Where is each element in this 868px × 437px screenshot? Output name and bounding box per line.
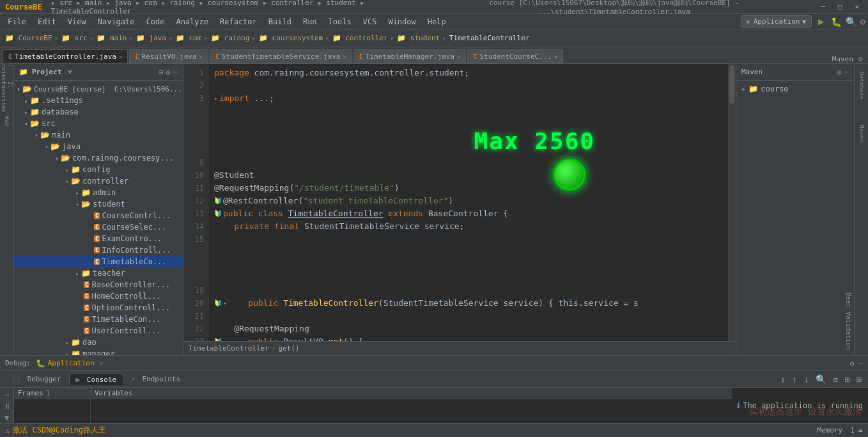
project-dropdown-icon[interactable]: ▼ <box>68 68 72 75</box>
run-config-dropdown[interactable]: ▶ Application ▼ <box>741 15 812 28</box>
bean-validation-tab[interactable]: Bean Validation <box>736 287 854 355</box>
tree-item-admin[interactable]: ▸ 📁 admin <box>14 187 183 198</box>
scrollbar[interactable] <box>728 64 736 341</box>
debug-close-icon[interactable]: ✕ <box>100 360 104 367</box>
maven-minimize-icon[interactable]: ─ <box>844 68 849 77</box>
collapse-all-icon[interactable]: ⊟ <box>159 68 163 77</box>
toolbar-icon-3[interactable]: ↓ <box>802 373 810 386</box>
toolbar-icon-5[interactable]: ≡ <box>832 373 839 386</box>
search-icon[interactable]: 🔍 <box>846 17 856 27</box>
tree-item-src[interactable]: ▾ 📂 src <box>14 118 183 129</box>
settings-icon[interactable]: ⚙ <box>860 17 865 27</box>
tab-icon: C <box>215 53 219 60</box>
project-icon[interactable]: 1: Project <box>1 67 13 78</box>
menu-code[interactable]: Code <box>141 16 170 28</box>
tree-item-manager[interactable]: ▸ 📁 manager <box>14 348 183 355</box>
maven-settings-icon2[interactable]: ⚙ <box>837 68 842 77</box>
tree-item-coursecontrl[interactable]: C CourseContrl... <box>14 210 183 221</box>
maven-settings-icon[interactable]: ⚙ <box>858 54 863 63</box>
menu-view[interactable]: View <box>63 16 91 28</box>
code-editor[interactable]: Max 2560 1 2 3 9 10 11 12 13 14 15 1 <box>183 64 736 355</box>
tree-item-database[interactable]: ▸ 📁 database <box>14 106 183 118</box>
toolbar-icon-7[interactable]: ⊠ <box>855 373 863 386</box>
close-button[interactable]: ✕ <box>851 3 863 11</box>
menu-window[interactable]: Window <box>383 16 421 28</box>
tree-item-homecontroll[interactable]: C HomeControll... <box>14 290 183 302</box>
tree-item-student-folder[interactable]: ▾ 📂 student <box>14 198 183 210</box>
tab-service[interactable]: C StudentTimetableService.java ✕ <box>210 49 352 63</box>
tree-item-settings[interactable]: ▸ 📁 .settings <box>14 95 183 106</box>
tab-close-button[interactable]: ✕ <box>457 54 460 60</box>
menu-help[interactable]: Help <box>422 16 451 28</box>
bc-coursebe[interactable]: 📁 CourseBE <box>5 34 52 42</box>
bc-main[interactable]: 📁 main <box>97 34 127 42</box>
tree-item-optioncontroll[interactable]: C OptionControll... <box>14 302 183 314</box>
tree-item-com[interactable]: ▾ 📂 com.rainng.coursesy... <box>14 152 183 164</box>
bottom-tab-console[interactable]: ▶ Console <box>69 374 124 385</box>
scroll-thumb[interactable] <box>729 65 734 104</box>
menu-tools[interactable]: Tools <box>323 16 357 28</box>
bc-src[interactable]: 📁 src <box>61 34 88 42</box>
settings-gear-icon2[interactable]: ⚙ <box>850 359 855 368</box>
bc-com[interactable]: 📁 com <box>176 34 202 42</box>
database-icon[interactable]: Database <box>857 67 866 104</box>
tree-item-java[interactable]: ▾ 📂 java <box>14 141 183 152</box>
tree-item-config[interactable]: ▸ 📁 config <box>14 164 183 175</box>
toolbar-icon-4[interactable]: 🔍 <box>814 373 828 386</box>
bottom-tab-endpoints[interactable]: ⚡ Endpoints <box>125 374 187 385</box>
menu-refactor[interactable]: Refactor <box>215 16 262 28</box>
tab-close-button[interactable]: ✕ <box>119 54 122 60</box>
menu-edit[interactable]: Edit <box>33 16 61 28</box>
minimize-button[interactable]: ─ <box>817 3 829 11</box>
bc-controller[interactable]: 📁 controller <box>332 34 388 42</box>
toolbar-icon-2[interactable]: ↑ <box>791 373 798 386</box>
menu-build[interactable]: Build <box>263 16 297 28</box>
file-icon-c: C <box>84 293 89 299</box>
tree-item-examcontro[interactable]: C ExamContro... <box>14 233 183 244</box>
maximize-button[interactable]: □ <box>834 3 846 11</box>
run-button[interactable]: ▶ <box>816 15 827 28</box>
menu-run[interactable]: Run <box>298 16 322 28</box>
bottom-strip-icon3[interactable]: ▼ <box>4 413 9 422</box>
tree-item-main[interactable]: ▾ 📂 main <box>14 129 183 141</box>
menu-analyze[interactable]: Analyze <box>171 16 213 28</box>
menu-file[interactable]: File <box>3 16 31 28</box>
tree-item-teacher[interactable]: ▸ 📁 teacher <box>14 267 183 279</box>
maven-side-icon[interactable]: Maven <box>857 120 866 147</box>
favorites-icon[interactable]: 2: Favorites <box>1 91 13 102</box>
tree-item-basecontroller[interactable]: C BaseController... <box>14 279 183 290</box>
bottom-tab-debugger[interactable]: ⬛ Debugger <box>5 374 68 385</box>
toolbar-icon-1[interactable]: ↕ <box>779 373 786 386</box>
minimize-sidebar-icon[interactable]: ─ <box>173 68 178 77</box>
toolbar-icon-6[interactable]: ⊞ <box>843 373 851 386</box>
tree-item-timetablecon[interactable]: C TimetableCon... <box>14 314 183 325</box>
tree-item-controller[interactable]: ▾ 📂 controller <box>14 175 183 187</box>
tree-item-usercontroll[interactable]: C UserControll... <box>14 325 183 337</box>
tree-item-courseselec[interactable]: C CourseSelec... <box>14 221 183 233</box>
tab-close-button[interactable]: ✕ <box>554 54 557 60</box>
bottom-strip-icon1[interactable]: → <box>4 390 9 399</box>
bottom-strip-icon2[interactable]: ⏸ <box>3 402 11 411</box>
settings-gear-icon[interactable]: ⚙ <box>166 68 171 77</box>
tree-item-coursebe[interactable]: ▾ 📂 CourseBE [course] C:\Users\1506... <box>14 83 183 95</box>
bc-student[interactable]: 📁 student <box>397 34 440 42</box>
tab-close-button[interactable]: ✕ <box>343 54 346 60</box>
tab-studentcourse[interactable]: C StudentCourseC... ✕ <box>467 49 563 63</box>
debug-button[interactable]: 🐛 <box>831 17 842 27</box>
tab-close-button[interactable]: ✕ <box>199 54 203 60</box>
tree-item-dao[interactable]: ▸ 📁 dao <box>14 337 183 348</box>
bc-rainng[interactable]: 📁 rainng <box>211 34 249 42</box>
tab-manager[interactable]: C TimetableManager.java ✕ <box>353 49 467 63</box>
code-content[interactable]: package com.rainng.coursesystem.controll… <box>209 64 728 341</box>
tree-item-infocontroll[interactable]: C InfoControll... <box>14 244 183 256</box>
bc-coursesystem[interactable]: 📁 coursesystem <box>259 34 323 42</box>
menu-vcs[interactable]: VCS <box>358 16 382 28</box>
maven-item-course[interactable]: ▸ 📁 course <box>739 83 851 95</box>
tab-resultvo[interactable]: C ResultVO.java ✕ <box>129 49 208 63</box>
tab-timetablecontroller[interactable]: C TimetableController.java ✕ <box>3 49 128 63</box>
bc-java[interactable]: 📁 java <box>136 34 166 42</box>
web-icon[interactable]: Web <box>1 115 13 127</box>
menu-navigate[interactable]: Navigate <box>93 16 140 28</box>
minimize-bottom-icon[interactable]: ─ <box>858 359 863 368</box>
tree-item-timetableco[interactable]: C TimetableCo... <box>14 256 183 267</box>
